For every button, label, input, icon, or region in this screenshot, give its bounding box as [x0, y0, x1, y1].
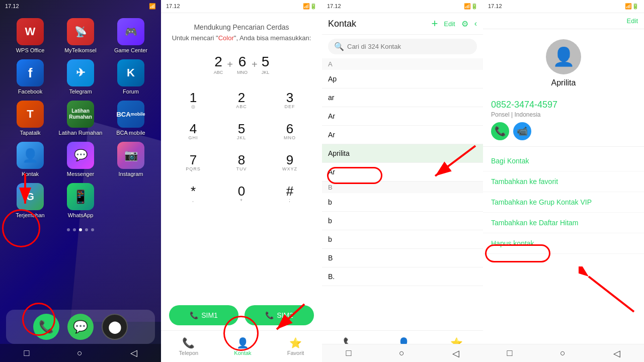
phone-action-buttons: 📞 📹	[491, 122, 636, 140]
key-2[interactable]: 2ABC	[217, 85, 266, 116]
delete-contact-action[interactable]: Hapus kontak	[483, 233, 644, 254]
add-vip-action[interactable]: Tambahkan ke Grup Kontak VIP	[483, 192, 644, 213]
video-action-button[interactable]: 📹	[513, 122, 531, 140]
kontak-tab-icon: 👤	[236, 337, 249, 349]
app-latihan[interactable]: LatihanRumahan Latihan Rumahan	[58, 101, 103, 136]
sim2-label: SIM2	[277, 311, 293, 319]
contact-ap1[interactable]: Ap	[322, 70, 483, 88]
dock-phone[interactable]: 📞	[33, 314, 59, 340]
contacts-nav-square[interactable]: □	[338, 346, 359, 360]
app-bca[interactable]: BCAmobile BCA mobile	[109, 101, 153, 136]
app-forum[interactable]: K Forum	[109, 59, 153, 95]
home-nav-square[interactable]: □	[16, 346, 37, 360]
key-4[interactable]: 4GHI	[169, 116, 217, 147]
home-nav-circle[interactable]: ○	[69, 346, 91, 360]
back-icon[interactable]: ‹	[474, 19, 477, 28]
telepon-tab-label: Telepon	[179, 350, 199, 356]
edit-contacts-button[interactable]: Edit	[444, 20, 455, 28]
dialer-icons: 📶🔋	[303, 3, 317, 10]
contact-b2[interactable]: b	[322, 212, 483, 230]
detail-nav-circle[interactable]: ○	[552, 346, 574, 360]
whatsapp-label: WhatsApp	[68, 212, 94, 218]
call-action-button[interactable]: 📞	[491, 122, 509, 140]
keypad: 1◎ 2ABC 3DEF 4GHI 5JKL 6MNO 7PQRS 8TUV 9…	[169, 85, 314, 210]
contact-aprilita[interactable]: Aprilita	[322, 144, 483, 163]
app-messenger[interactable]: 💬 Messenger	[58, 142, 103, 177]
messenger-icon: 💬	[67, 142, 94, 169]
contacts-search-input[interactable]	[347, 43, 471, 50]
app-tapatalk[interactable]: T Tapatalk	[8, 101, 52, 136]
app-telegram[interactable]: ✈ Telegram	[58, 59, 103, 95]
app-instagram[interactable]: 📷 Instagram	[109, 142, 153, 177]
dialer-subtitle: Untuk mencari "Color", Anda bisa memasuk…	[172, 34, 311, 42]
dock-camera[interactable]: ⬤	[102, 314, 128, 340]
contacts-screen: 17.12 📶🔋 Kontak + Edit ⚙ ‹ 🔍 A Ap ar Ar …	[322, 0, 483, 362]
sim2-button[interactable]: 📞 SIM2	[245, 305, 314, 325]
contact-b4[interactable]: B	[322, 249, 483, 267]
home-time: 17.12	[5, 3, 19, 9]
home-nav-back[interactable]: ◁	[122, 345, 145, 360]
contact-ar1[interactable]: ar	[322, 88, 483, 107]
key-star[interactable]: *,	[169, 178, 217, 210]
key-9[interactable]: 9WXYZ	[266, 147, 314, 178]
tab-kontak-dialer[interactable]: 👤 Kontak	[226, 335, 259, 358]
add-contact-button[interactable]: +	[431, 17, 438, 30]
contact-detail-screen: 17.12 📶🔋 Edit 👤 Aprilita 0852-3474-4597 …	[483, 0, 644, 362]
contacts-nav-back[interactable]: ◁	[444, 346, 467, 361]
key-5[interactable]: 5JKL	[217, 116, 266, 147]
detail-edit-button[interactable]: Edit	[627, 17, 638, 25]
key-1[interactable]: 1◎	[169, 85, 217, 116]
hint-keys: 2 ABC + 6 MNO + 5 JKL	[214, 54, 269, 75]
favorit-tab-label: Favorit	[287, 350, 304, 356]
key-3[interactable]: 3DEF	[266, 85, 314, 116]
search-icon: 🔍	[334, 42, 344, 51]
gamecenter-label: Game Center	[114, 47, 147, 53]
contact-b3[interactable]: b	[322, 230, 483, 249]
settings-icon[interactable]: ⚙	[461, 19, 468, 29]
key-0[interactable]: 0+	[217, 178, 266, 210]
add-favorite-action[interactable]: Tambahkan ke favorit	[483, 171, 644, 192]
home-signal: 📶	[149, 3, 156, 10]
app-kontak[interactable]: 👤 Kontak	[8, 142, 52, 177]
contact-ar3[interactable]: Ar	[322, 126, 483, 144]
tab-favorit-dialer[interactable]: ⭐ Favorit	[279, 335, 312, 358]
share-contact-action[interactable]: Bagi Kontak	[483, 151, 644, 171]
app-terjemahan[interactable]: G Terjemahan	[8, 183, 52, 218]
latihan-icon: LatihanRumahan	[67, 101, 94, 128]
contact-ar2[interactable]: Ar	[322, 107, 483, 126]
instagram-icon: 📷	[117, 142, 144, 169]
contact-b5[interactable]: B.	[322, 267, 483, 286]
tab-telepon-dialer[interactable]: 📞 Telepon	[171, 335, 207, 358]
arrow-to-hapus	[579, 266, 639, 317]
app-mytelkomsel[interactable]: 📡 MyTelkomsel	[58, 18, 103, 53]
dot-2	[73, 228, 76, 231]
add-blacklist-action[interactable]: Tambahkan ke Daftar Hitam	[483, 213, 644, 233]
section-b: B	[322, 182, 483, 193]
app-grid: W WPS Office 📡 MyTelkomsel 🎮 Game Center…	[0, 12, 161, 224]
key-8[interactable]: 8TUV	[217, 147, 266, 178]
key-hash[interactable]: #;	[266, 178, 314, 210]
app-facebook[interactable]: f Facebook	[8, 59, 52, 95]
detail-nav-bar: □ ○ ◁	[483, 344, 644, 362]
tapatalk-label: Tapatalk	[20, 130, 41, 136]
app-gamecenter[interactable]: 🎮 Game Center	[109, 18, 153, 53]
key-7[interactable]: 7PQRS	[169, 147, 217, 178]
call-icon-sim2: 📞	[265, 311, 274, 319]
gamecenter-icon: 🎮	[117, 18, 144, 45]
contacts-search-bar[interactable]: 🔍	[328, 39, 477, 54]
contact-b1[interactable]: b	[322, 193, 483, 212]
detail-status-bar: 17.12 📶🔋	[483, 0, 644, 13]
dock: 📞 💬 ⬤	[6, 310, 155, 344]
dock-messages[interactable]: 💬	[67, 314, 94, 340]
detail-nav-square[interactable]: □	[499, 346, 520, 360]
forum-icon: K	[117, 59, 144, 86]
app-wps[interactable]: W WPS Office	[8, 18, 52, 53]
contacts-nav-circle[interactable]: ○	[391, 346, 413, 360]
app-whatsapp[interactable]: 📱 WhatsApp	[58, 183, 103, 218]
home-nav-bar: □ ○ ◁	[0, 344, 161, 362]
detail-nav-back[interactable]: ◁	[605, 346, 628, 361]
sim1-button[interactable]: 📞 SIM1	[169, 305, 238, 325]
key-6[interactable]: 6MNO	[266, 116, 314, 147]
contact-ar4[interactable]: Ar	[322, 163, 483, 182]
detail-header-actions: Edit	[627, 17, 638, 25]
